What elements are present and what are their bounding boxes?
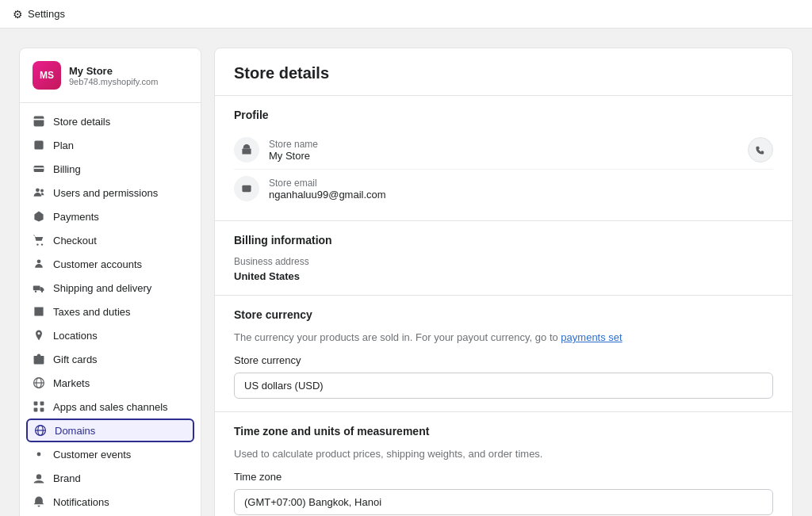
store-name-content: Store name My Store: [269, 139, 318, 162]
nav-item[interactable]: Taxes and duties: [20, 300, 201, 323]
nav-item[interactable]: Payments: [20, 204, 201, 228]
profile-section: Profile Store name My Store Store e: [215, 96, 792, 221]
customer-accounts-icon: [33, 258, 45, 270]
store-name-icon: [234, 137, 259, 162]
nav-label-domains: Domains: [55, 425, 95, 437]
svg-point-9: [35, 291, 36, 292]
notifications-icon: [33, 495, 45, 508]
customer-events-icon: [33, 448, 45, 461]
svg-rect-2: [34, 167, 44, 169]
nav-label-customer-accounts: Customer accounts: [53, 258, 142, 270]
nav-item[interactable]: Customer events: [20, 442, 201, 466]
nav-item[interactable]: Users and permissions: [20, 181, 201, 204]
store-email-label: Store email: [269, 178, 386, 189]
svg-rect-17: [34, 402, 38, 406]
nav-item[interactable]: Brand: [20, 466, 201, 490]
nav-label-brand: Brand: [53, 472, 81, 484]
timezone-description: Used to calculate product prices, shippi…: [234, 447, 773, 461]
store-name-label: Store name: [269, 139, 318, 150]
timezone-input[interactable]: [234, 489, 773, 515]
nav-label-apps: Apps and sales channels: [53, 401, 168, 413]
top-bar-title: Settings: [28, 8, 65, 20]
svg-rect-20: [40, 408, 44, 412]
brand-icon: [33, 472, 45, 484]
nav-item[interactable]: Markets: [20, 371, 201, 395]
svg-point-6: [41, 243, 43, 245]
top-bar: ⚙ Settings: [0, 0, 812, 29]
nav-item[interactable]: Notifications: [20, 490, 201, 514]
billing-icon: [33, 162, 45, 175]
nav-label-shipping: Shipping and delivery: [53, 282, 151, 294]
store-avatar: MS: [33, 61, 61, 90]
nav-item[interactable]: Shipping and delivery: [20, 276, 201, 300]
billing-address-label: Business address: [234, 256, 773, 267]
store-info: My Store 9eb748.myshopify.com: [69, 65, 158, 86]
nav-item[interactable]: Apps and sales channels: [20, 395, 201, 419]
nav-item-domains[interactable]: Domains: [26, 419, 194, 442]
billing-section-title: Billing information: [234, 234, 773, 247]
nav-label-taxes: Taxes and duties: [53, 306, 131, 318]
profile-section-title: Profile: [234, 109, 773, 121]
svg-point-10: [41, 291, 43, 292]
shipping-icon: [33, 281, 45, 294]
currency-field-label: Store currency: [234, 354, 773, 366]
nav-label-plan: Plan: [53, 140, 74, 151]
payments-settings-link[interactable]: payments set: [561, 331, 622, 343]
timezone-section-title: Time zone and units of measurement: [234, 425, 773, 438]
svg-rect-38: [242, 149, 251, 155]
checkout-icon: [33, 234, 45, 247]
nav-label-markets: Markets: [53, 377, 90, 389]
svg-point-4: [40, 189, 44, 193]
store-name-row: Store name My Store: [234, 131, 773, 170]
svg-point-5: [36, 243, 38, 245]
svg-point-24: [37, 453, 41, 457]
taxes-icon: [33, 305, 45, 318]
plan-icon: [33, 139, 45, 151]
nav-item[interactable]: Billing: [20, 157, 201, 181]
svg-rect-19: [34, 408, 38, 412]
gift-cards-icon: [33, 353, 45, 365]
store-name: My Store: [69, 65, 158, 77]
settings-icon: ⚙: [13, 8, 23, 21]
nav-item[interactable]: Locations: [20, 323, 201, 347]
panel-title: Store details: [215, 48, 792, 96]
markets-icon: [33, 376, 45, 389]
svg-point-7: [37, 259, 41, 263]
store-email-value: nganhaluu99@gmail.com: [269, 189, 386, 201]
svg-point-3: [36, 188, 40, 192]
nav-item[interactable]: Checkout: [20, 228, 201, 252]
svg-rect-13: [34, 356, 44, 358]
billing-address-value: United States: [234, 270, 773, 282]
nav-item[interactable]: Gift cards: [20, 347, 201, 371]
svg-rect-8: [33, 286, 40, 291]
store-icon: [33, 115, 45, 128]
nav-label-customer-events: Customer events: [53, 449, 131, 461]
nav-label-store-details: Store details: [53, 116, 110, 128]
payments-icon: [33, 210, 45, 223]
nav-item[interactable]: Store details: [20, 109, 201, 133]
svg-point-25: [36, 474, 41, 479]
main-content: MS My Store 9eb748.myshopify.com Store d…: [0, 29, 812, 516]
nav-label-gift-cards: Gift cards: [53, 354, 98, 365]
store-header: MS My Store 9eb748.myshopify.com: [20, 61, 201, 103]
currency-input[interactable]: [234, 373, 773, 399]
store-email-icon: [234, 176, 259, 201]
nav-label-notifications: Notifications: [53, 496, 109, 508]
nav-label-users: Users and permissions: [53, 187, 158, 199]
nav-label-billing: Billing: [53, 163, 81, 175]
content-panel: Store details Profile Store name My Stor…: [214, 48, 793, 516]
svg-rect-0: [34, 140, 43, 149]
nav-label-checkout: Checkout: [53, 235, 97, 247]
nav-item[interactable]: Plan: [20, 133, 201, 157]
svg-rect-18: [40, 402, 44, 406]
sidebar: MS My Store 9eb748.myshopify.com Store d…: [19, 48, 201, 516]
store-phone-button[interactable]: [748, 137, 773, 162]
svg-rect-12: [34, 357, 44, 364]
nav-label-payments: Payments: [53, 211, 99, 223]
currency-section-title: Store currency: [234, 308, 773, 321]
users-icon: [33, 186, 45, 199]
nav-item[interactable]: Customer accounts: [20, 252, 201, 276]
timezone-label: Time zone: [234, 471, 773, 483]
store-name-value: My Store: [269, 150, 318, 162]
billing-section: Billing information Business address Uni…: [215, 221, 792, 296]
